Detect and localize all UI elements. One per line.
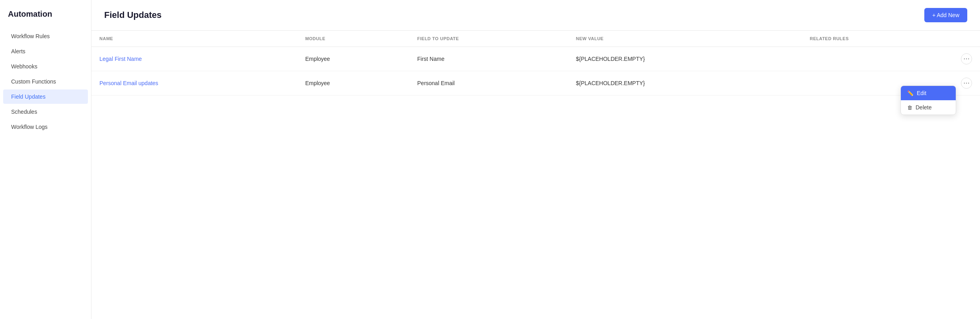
row-name-0[interactable]: Legal First Name	[91, 47, 297, 71]
field-updates-table: NAMEMODULEFIELD TO UPDATENEW VALUERELATE…	[91, 31, 980, 95]
table-row: Legal First NameEmployeeFirst Name${PLAC…	[91, 47, 980, 71]
edit-icon	[907, 90, 914, 96]
col-header-module: MODULE	[297, 31, 409, 47]
row-module-0: Employee	[297, 47, 409, 71]
sidebar-title: Automation	[0, 10, 91, 28]
col-header-name: NAME	[91, 31, 297, 47]
sidebar-item-custom-functions[interactable]: Custom Functions	[3, 74, 88, 89]
row-field_to_update-0: First Name	[409, 47, 568, 71]
row-module-1: Employee	[297, 71, 409, 95]
sidebar-item-schedules[interactable]: Schedules	[3, 105, 88, 119]
table-header-row: NAMEMODULEFIELD TO UPDATENEW VALUERELATE…	[91, 31, 980, 47]
page-title: Field Updates	[104, 10, 161, 20]
row-field_to_update-1: Personal Email	[409, 71, 568, 95]
sidebar-item-alerts[interactable]: Alerts	[3, 44, 88, 58]
row-action-button-1[interactable]: ⋯	[961, 78, 972, 89]
sidebar-item-field-updates[interactable]: Field Updates	[3, 89, 88, 104]
table-header: NAMEMODULEFIELD TO UPDATENEW VALUERELATE…	[91, 31, 980, 47]
col-header-actions	[953, 31, 980, 47]
sidebar: Automation Workflow RulesAlertsWebhooksC…	[0, 0, 91, 319]
row-action-cell-1: ⋯	[953, 71, 980, 95]
col-header-field_to_update: FIELD TO UPDATE	[409, 31, 568, 47]
main-content: Field Updates + Add New NAMEMODULEFIELD …	[91, 0, 980, 319]
table-row: Personal Email updatesEmployeePersonal E…	[91, 71, 980, 95]
col-header-related_rules: RELATED RULES	[802, 31, 953, 47]
context-menu: EditDelete	[900, 86, 956, 115]
context-menu-item-delete[interactable]: Delete	[901, 100, 956, 115]
delete-icon	[907, 104, 912, 111]
row-link-0[interactable]: Legal First Name	[99, 56, 142, 62]
sidebar-item-workflow-rules[interactable]: Workflow Rules	[3, 29, 88, 43]
row-related_rules-0	[802, 47, 953, 71]
table-body: Legal First NameEmployeeFirst Name${PLAC…	[91, 47, 980, 95]
sidebar-nav: Workflow RulesAlertsWebhooksCustom Funct…	[0, 29, 91, 134]
sidebar-item-workflow-logs[interactable]: Workflow Logs	[3, 120, 88, 134]
table-container: NAMEMODULEFIELD TO UPDATENEW VALUERELATE…	[91, 31, 980, 319]
col-header-new_value: NEW VALUE	[568, 31, 802, 47]
context-menu-item-edit[interactable]: Edit	[901, 86, 956, 100]
main-header: Field Updates + Add New	[91, 0, 980, 31]
row-new_value-1: ${PLACEHOLDER.EMPTY}	[568, 71, 802, 95]
context-menu-label-edit: Edit	[917, 90, 926, 96]
row-action-cell-0: ⋯	[953, 47, 980, 71]
context-menu-label-delete: Delete	[916, 104, 931, 111]
row-new_value-0: ${PLACEHOLDER.EMPTY}	[568, 47, 802, 71]
row-name-1[interactable]: Personal Email updates	[91, 71, 297, 95]
sidebar-item-webhooks[interactable]: Webhooks	[3, 59, 88, 74]
add-new-button[interactable]: + Add New	[924, 8, 967, 22]
row-link-1[interactable]: Personal Email updates	[99, 80, 158, 86]
row-action-button-0[interactable]: ⋯	[961, 53, 972, 64]
